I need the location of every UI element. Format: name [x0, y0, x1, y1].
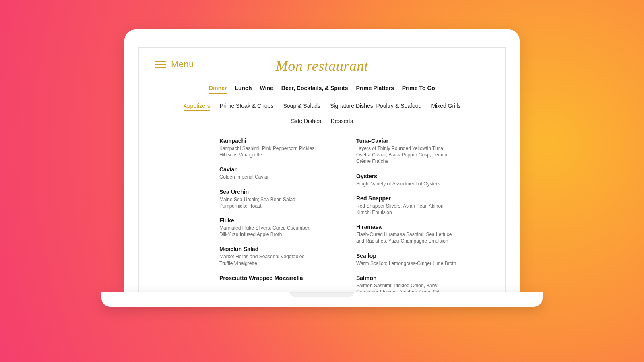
dish-item: Salmon Salmon Sashimi; Pickled Onion, Ba… — [356, 275, 481, 292]
tab-beer-cocktails-spirits[interactable]: Beer, Cocktails, & Spirits — [281, 85, 348, 94]
menu-label: Menu — [171, 59, 194, 70]
dish-item: Caviar Golden Imperial Caviar — [219, 166, 344, 180]
subtab-appetizers[interactable]: Appetizers — [184, 103, 210, 111]
subtab-desserts[interactable]: Desserts — [331, 118, 353, 125]
subtab-mixed-grills[interactable]: Mixed Grills — [431, 103, 460, 111]
sub-nav: Appetizers Prime Steak & Chops Soup & Sa… — [139, 97, 505, 131]
dish-item: Sea Urchin Maine Sea Urchin; Sea Bean Sa… — [219, 189, 344, 209]
subtab-signature-dishes[interactable]: Signature Dishes, Poultry & Seafood — [330, 103, 421, 111]
dish-desc: Salmon Sashimi; Pickled Onion, Baby Cucu… — [356, 282, 457, 292]
tab-lunch[interactable]: Lunch — [235, 85, 252, 94]
menu-content: Kampachi Kampachi Sashimi; Pink Pepperco… — [139, 131, 505, 292]
subtab-side-dishes[interactable]: Side Dishes — [291, 118, 321, 125]
dish-name: Oysters — [356, 173, 481, 179]
dish-item: Fluke Marinated Fluke Slivers; Cured Cuc… — [219, 217, 344, 238]
menu-column-left: Kampachi Kampachi Sashimi; Pink Pepperco… — [219, 138, 344, 292]
website-viewport: Menu Mon restaurant Dinner Lunch Wine Be… — [138, 47, 506, 292]
laptop-base — [101, 292, 543, 307]
tab-prime-platters[interactable]: Prime Platters — [356, 85, 394, 94]
hamburger-icon — [155, 61, 166, 68]
brand-title: Mon restaurant — [155, 58, 489, 74]
dish-name: Prosciutto Wrapped Mozzarella — [219, 275, 344, 281]
tab-prime-to-go[interactable]: Prime To Go — [402, 85, 435, 94]
dish-name: Fluke — [219, 217, 344, 224]
dish-desc: Golden Imperial Caviar — [219, 174, 320, 180]
dish-item: Mesclun Salad Market Herbs and Seasonal … — [219, 246, 344, 266]
dish-item: Oysters Single Variety or Assortment of … — [356, 173, 481, 187]
dish-name: Hiramasa — [356, 224, 481, 230]
laptop-mockup: Menu Mon restaurant Dinner Lunch Wine Be… — [124, 29, 520, 307]
dish-desc: Kampachi Sashimi; Pink Peppercorn Pickle… — [219, 145, 320, 158]
dish-item: Prosciutto Wrapped Mozzarella — [219, 275, 344, 282]
dish-name: Tuna-Caviar — [356, 138, 481, 144]
subtab-soup-salads[interactable]: Soup & Salads — [283, 103, 321, 111]
menu-column-right: Tuna-Caviar Layers of Thinly Pounded Yel… — [356, 138, 481, 292]
laptop-notch — [290, 292, 354, 297]
dish-name: Caviar — [219, 166, 344, 173]
dish-desc: Maine Sea Urchin; Sea Bean Salad; Pumper… — [219, 196, 320, 209]
dish-name: Salmon — [356, 275, 481, 281]
dish-item: Tuna-Caviar Layers of Thinly Pounded Yel… — [356, 138, 481, 165]
tab-dinner[interactable]: Dinner — [209, 85, 227, 94]
dish-name: Red Snapper — [356, 195, 481, 202]
dish-desc: Warm Scallop; Lemongrass-Ginger Lime Bro… — [356, 260, 457, 267]
dish-name: Kampachi — [219, 138, 344, 144]
dish-item: Red Snapper Red Snapper Slivers; Asian P… — [356, 195, 481, 216]
subtab-prime-steak-chops[interactable]: Prime Steak & Chops — [220, 103, 274, 111]
dish-desc: Marinated Fluke Slivers; Cured Cucumber,… — [219, 225, 320, 238]
dish-desc: Red Snapper Slivers; Asian Pear, Akinori… — [356, 203, 457, 216]
dish-desc: Flash-Cured Hiramasa Sashimi; Sea Lettuc… — [356, 231, 457, 244]
dish-desc: Layers of Thinly Pounded Yellowfin Tuna;… — [356, 145, 457, 165]
dish-name: Mesclun Salad — [219, 246, 344, 252]
dish-item: Scallop Warm Scallop; Lemongrass-Ginger … — [356, 253, 481, 267]
dish-desc: Market Herbs and Seasonal Vegetables; Tr… — [219, 253, 320, 266]
primary-nav: Dinner Lunch Wine Beer, Cocktails, & Spi… — [139, 78, 505, 97]
open-menu-button[interactable]: Menu — [155, 59, 194, 70]
site-header: Menu Mon restaurant — [139, 48, 505, 78]
dish-desc: Single Variety or Assortment of Oysters — [356, 181, 457, 187]
dish-name: Scallop — [356, 253, 481, 259]
dish-name: Sea Urchin — [219, 189, 344, 195]
dish-item: Hiramasa Flash-Cured Hiramasa Sashimi; S… — [356, 224, 481, 244]
dish-item: Kampachi Kampachi Sashimi; Pink Pepperco… — [219, 138, 344, 158]
tab-wine[interactable]: Wine — [260, 85, 273, 94]
laptop-screen: Menu Mon restaurant Dinner Lunch Wine Be… — [124, 29, 520, 292]
